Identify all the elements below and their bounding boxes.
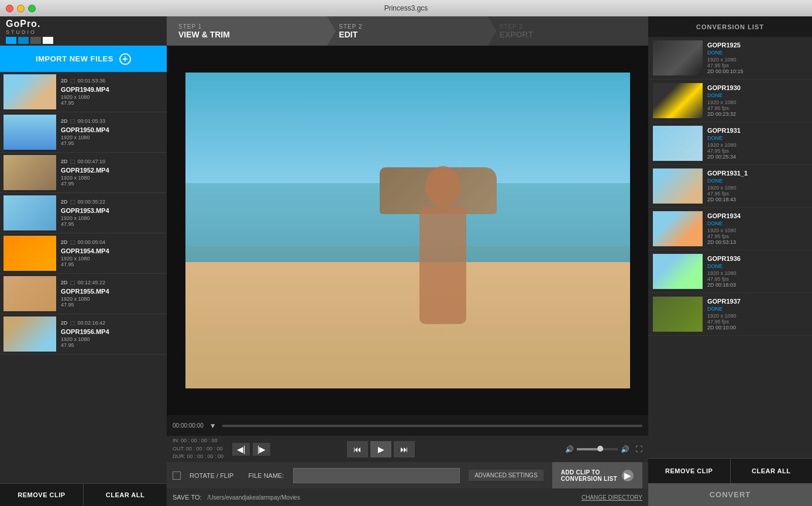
timeline: 00:00:00:00 ▼ [167,415,648,436]
list-item[interactable]: GOPR1931 DONE 1920 x 1080 47.95 fps 2D 0… [648,122,812,165]
conv-status: DONE [707,263,807,269]
list-item[interactable]: 2D ⬚ 00:12:45:22 GOPR1955.MP4 1920 x 108… [0,274,167,314]
in-label: IN: [173,438,180,443]
clip-thumbnail [4,195,56,230]
list-item[interactable]: GOPR1930 DONE 1920 x 1080 47.95 fps 2D 0… [648,80,812,122]
conv-details: GOPR1931 DONE 1920 x 1080 47.95 fps 2D 0… [707,127,807,160]
list-item[interactable]: GOPR1937 DONE 1920 x 1080 47.95 fps 2D 0… [648,293,812,336]
conv-resolution: 1920 x 1080 [707,270,807,276]
volume-slider[interactable] [577,448,618,450]
step-arrow-1 [327,16,336,46]
clip-duration: 00:00:05:04 [78,239,106,245]
conv-resolution: 1920 x 1080 [707,142,807,148]
import-label: IMPORT NEW FILES [36,54,113,63]
list-item[interactable]: 2D ⬚ 00:01:53:36 GOPR1949.MP4 1920 x 108… [0,72,167,112]
conv-details: GOPR1931_1 DONE 1920 x 1080 47.95 fps 2D… [707,170,807,202]
conv-details: GOPR1930 DONE 1920 x 1080 47.95 fps 2D 0… [707,84,807,117]
clip-details: 2D ⬚ 00:00:35:22 GOPR1953.MP4 1920 x 108… [61,199,163,227]
conv-status: DONE [707,50,807,56]
video-player[interactable] [167,46,648,415]
clip-list: 2D ⬚ 00:01:53:36 GOPR1949.MP4 1920 x 108… [0,72,167,483]
volume-handle [597,446,603,452]
conv-details: GOPR1937 DONE 1920 x 1080 47.95 fps 2D 0… [707,298,807,331]
add-clip-arrow-icon: ▶ [622,470,634,481]
list-item[interactable]: 2D ⬚ 00:00:47:10 GOPR1952.MP4 1920 x 108… [0,153,167,193]
badge-icon: ⬚ [70,159,75,164]
titlebar: Princess3.gcs [0,0,812,16]
step-2[interactable]: STEP 2 EDIT [327,16,487,46]
conv-time: 2D 00:18:43 [707,197,807,202]
step-2-num: STEP 2 [339,23,476,30]
trim-in-button[interactable]: ◀| [232,443,250,456]
clip-details: 2D ⬚ 00:00:05:04 GOPR1954.MP4 1920 x 108… [61,239,163,267]
import-button[interactable]: IMPORT NEW FILES + [0,46,167,72]
change-directory-link[interactable]: CHANGE DIRECTORY [582,494,642,501]
clip-thumbnail [4,316,56,352]
dur-display: DUR: 00 : 00 : 00 : 00 [173,453,223,461]
rotate-checkbox[interactable] [173,471,181,480]
advanced-settings-button[interactable]: ADVANCED SETTINGS [469,470,543,481]
clip-badges: 2D ⬚ 00:12:45:22 [61,280,163,285]
list-item[interactable]: 2D ⬚ 00:02:16:42 GOPR1956.MP4 1920 x 108… [0,314,167,354]
play-button[interactable]: ▶ [370,441,391,457]
step-3[interactable]: STEP 3 EXPORT [488,16,648,46]
logo-block-3 [30,37,41,44]
step-forward-button[interactable]: ⏭ [394,441,415,457]
conv-name: GOPR1931 [707,127,807,134]
clip-resolution: 1920 x 1080 [61,135,163,140]
trim-out-button[interactable]: |▶ [253,443,270,456]
clip-name: GOPR1949.MP4 [61,86,163,93]
list-item[interactable]: GOPR1925 DONE 1920 x 1080 47.95 fps 2D 0… [648,37,812,80]
convert-button[interactable]: CONVERT [648,483,812,506]
conv-thumbnail [653,40,703,75]
clip-fps: 47.95 [61,302,163,308]
list-item[interactable]: GOPR1931_1 DONE 1920 x 1080 47.95 fps 2D… [648,165,812,208]
clip-thumbnail [4,236,56,271]
clear-all-button[interactable]: CLEAR ALL [84,483,167,506]
timeline-marker-icon: ▼ [209,422,216,430]
conv-name: GOPR1931_1 [707,170,807,177]
conv-resolution: 1920 x 1080 [707,228,807,233]
clip-duration: 00:12:45:22 [78,280,106,285]
file-name-input[interactable] [293,468,460,483]
clip-thumbnail [4,74,56,109]
conv-thumbnail [653,211,703,246]
volume-control: 🔊 🔊 ⛶ [565,445,642,453]
clip-name: GOPR1956.MP4 [61,328,163,335]
fullscreen-button[interactable]: ⛶ [635,445,642,453]
window-title: Princess3.gcs [384,4,428,12]
list-item[interactable]: 2D ⬚ 00:01:05:33 GOPR1950.MP4 1920 x 108… [0,112,167,153]
conv-details: GOPR1925 DONE 1920 x 1080 47.95 fps 2D 0… [707,42,807,74]
list-item[interactable]: 2D ⬚ 00:00:35:22 GOPR1953.MP4 1920 x 108… [0,193,167,233]
minimize-button[interactable] [17,5,25,12]
conv-time: 2D 00:00:10:15 [707,68,807,74]
right-panel-bottom: REMOVE CLIP CLEAR ALL CONVERT [648,458,812,506]
clip-details: 2D ⬚ 00:01:53:36 GOPR1949.MP4 1920 x 108… [61,78,163,106]
badge-icon: ⬚ [70,78,75,84]
settings-bar: ROTATE / FLIP FILE NAME: ADVANCED SETTIN… [167,462,648,488]
add-clip-button[interactable]: ADD CLIP TO CONVERSION LIST ▶ [552,462,642,488]
maximize-button[interactable] [28,5,36,12]
right-clear-all-button[interactable]: CLEAR ALL [731,458,813,483]
badge-icon: ⬚ [70,199,75,205]
step-back-button[interactable]: ⏮ [347,441,368,457]
conv-fps: 47.95 fps [707,148,807,154]
list-item[interactable]: 2D ⬚ 00:00:05:04 GOPR1954.MP4 1920 x 108… [0,233,167,274]
right-remove-clip-button[interactable]: REMOVE CLIP [648,458,731,483]
remove-clip-button[interactable]: REMOVE CLIP [0,483,84,506]
main-content: STEP 1 VIEW & TRIM STEP 2 EDIT STEP 3 EX… [167,16,648,506]
conv-name: GOPR1930 [707,84,807,91]
window-controls[interactable] [6,5,36,12]
steps-bar: STEP 1 VIEW & TRIM STEP 2 EDIT STEP 3 EX… [167,16,648,46]
subject-silhouette [384,166,501,388]
step-1[interactable]: STEP 1 VIEW & TRIM [167,16,327,46]
clip-badges: 2D ⬚ 00:00:35:22 [61,199,163,205]
import-plus-icon: + [119,53,131,65]
list-item[interactable]: GOPR1934 DONE 1920 x 1080 47.95 fps 2D 0… [648,208,812,250]
conv-status: DONE [707,178,807,184]
body [419,207,466,324]
list-item[interactable]: GOPR1936 DONE 1920 x 1080 47.95 fps 2D 0… [648,250,812,293]
volume-high-icon: 🔊 [621,445,629,453]
close-button[interactable] [6,5,13,12]
timeline-bar[interactable] [222,425,642,427]
